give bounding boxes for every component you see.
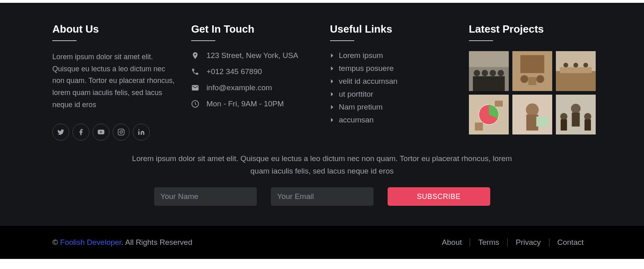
project-thumb[interactable] [512,95,552,134]
newsletter-form: SUBSCRIBE [125,187,519,206]
link-label: Nam pretium [339,103,383,112]
email-text: info@example.com [206,83,272,92]
svg-rect-17 [559,67,591,73]
link-item[interactable]: velit id accumsan [330,77,457,86]
contact-hours: Mon - Fri, 9AM - 10PM [191,99,318,108]
about-heading: About Us [52,23,179,41]
contact-phone: +012 345 67890 [191,67,318,76]
copyright-symbol: © [52,238,60,246]
svg-rect-4 [469,51,509,67]
projects-grid [469,51,596,134]
touch-heading: Get In Touch [191,23,318,41]
social-icons [52,124,179,141]
svg-rect-31 [572,112,580,126]
svg-rect-28 [536,116,548,126]
top-white-strip [0,0,644,3]
instagram-icon[interactable] [113,124,130,141]
project-thumb[interactable] [469,51,509,91]
chevron-right-icon [330,79,334,84]
phone-text: +012 345 67890 [206,67,262,76]
svg-point-20 [583,63,588,68]
svg-rect-24 [495,101,503,107]
nav-contact[interactable]: Contact [549,238,592,247]
chevron-right-icon [330,117,334,123]
svg-rect-16 [556,71,596,91]
link-item[interactable]: ut porttitor [330,90,457,99]
svg-point-7 [489,70,496,77]
touch-column: Get In Touch 123 Street, New York, USA +… [191,23,318,141]
clock-icon [191,100,199,108]
svg-point-32 [560,113,567,120]
about-text: Lorem ipsum dolor sit amet elit. Quisque… [52,51,179,111]
svg-point-6 [481,70,488,77]
svg-point-26 [526,103,539,116]
link-label: accumsan [339,116,374,124]
chevron-right-icon [330,53,334,58]
link-label: Lorem ipsum [339,51,383,60]
link-label: ut porttitor [339,90,374,99]
copyright-link[interactable]: Foolish Developer [60,238,121,246]
link-item[interactable]: Nam pretium [330,103,457,112]
svg-point-30 [571,104,580,114]
newsletter-section: Lorem ipsum dolor sit amet elit. Quisque… [52,153,592,206]
linkedin-icon[interactable] [133,124,150,141]
copyright: © Foolish Developer. All Rights Reserved [52,238,192,247]
about-column: About Us Lorem ipsum dolor sit amet elit… [52,23,179,141]
svg-rect-14 [528,77,536,85]
nav-terms[interactable]: Terms [470,238,507,247]
name-input[interactable] [154,187,257,206]
twitter-icon[interactable] [52,124,69,141]
chevron-right-icon [330,91,334,97]
svg-rect-11 [520,55,544,73]
project-thumb[interactable] [556,51,596,91]
link-label: velit id accumsan [339,77,398,86]
svg-point-12 [520,75,528,83]
hours-text: Mon - Fri, 9AM - 10PM [206,99,284,108]
chevron-right-icon [330,66,334,71]
project-thumb[interactable] [556,95,596,134]
svg-point-2 [122,130,123,131]
address-text: 123 Street, New York, USA [206,51,298,60]
links-column: Useful Links Lorem ipsum tempus posuere … [330,23,457,141]
link-item[interactable]: Lorem ipsum [330,51,457,60]
svg-point-1 [120,131,122,133]
svg-point-19 [573,63,578,68]
svg-rect-0 [118,129,124,135]
contact-list: 123 Street, New York, USA +012 345 67890… [191,51,318,108]
svg-point-13 [536,75,544,83]
subscribe-button[interactable]: SUBSCRIBE [388,187,490,206]
projects-column: Latest Projects [469,23,596,141]
nav-about[interactable]: About [434,238,470,247]
svg-point-34 [584,113,591,120]
link-label: tempus posuere [339,64,394,73]
links-list: Lorem ipsum tempus posuere velit id accu… [330,51,457,124]
links-heading: Useful Links [330,23,457,41]
svg-rect-33 [560,119,567,130]
footer-main: About Us Lorem ipsum dolor sit amet elit… [0,3,644,226]
project-thumb[interactable] [512,51,552,91]
svg-point-5 [474,70,480,77]
chevron-right-icon [330,104,334,110]
svg-rect-9 [473,76,505,91]
contact-email: info@example.com [191,83,318,92]
copyright-rest: . All Rights Reserved [121,238,192,246]
link-item[interactable]: accumsan [330,116,457,124]
email-icon [191,84,199,92]
newsletter-text: Lorem ipsum dolor sit amet elit. Quisque… [125,153,519,177]
svg-rect-23 [475,122,483,130]
youtube-icon[interactable] [93,124,109,141]
bottom-nav: About Terms Privacy Contact [434,238,592,247]
svg-point-8 [497,70,504,77]
svg-point-18 [563,63,568,68]
footer-bottom: © Foolish Developer. All Rights Reserved… [0,226,644,259]
svg-rect-35 [584,119,591,130]
location-icon [191,52,199,60]
facebook-icon[interactable] [72,124,89,141]
project-thumb[interactable] [469,95,509,134]
projects-heading: Latest Projects [469,23,596,41]
email-input[interactable] [271,187,374,206]
phone-icon [191,68,199,76]
nav-privacy[interactable]: Privacy [508,238,549,247]
contact-address: 123 Street, New York, USA [191,51,318,60]
link-item[interactable]: tempus posuere [330,64,457,73]
